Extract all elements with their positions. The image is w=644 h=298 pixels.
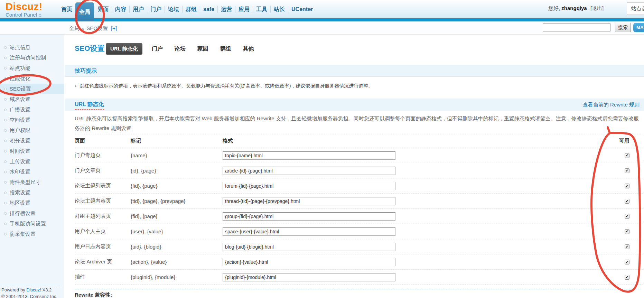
enabled-checkbox[interactable]: ✔ bbox=[625, 260, 629, 264]
tab-other[interactable]: 其他 bbox=[237, 45, 260, 53]
nav-item-safe[interactable]: safe bbox=[200, 6, 217, 13]
sidebar-item-site-info[interactable]: 站点信息 bbox=[0, 42, 64, 53]
enabled-checkbox[interactable]: ✔ bbox=[625, 168, 629, 173]
sidebar-item-attachment-type[interactable]: 附件类型尺寸 bbox=[0, 177, 64, 187]
sidebar-item-search[interactable]: 搜索设置 bbox=[0, 187, 64, 198]
enabled-checkbox[interactable]: ✔ bbox=[625, 229, 629, 234]
row-enabled-cell: ✔ bbox=[605, 229, 644, 234]
row-tags-label: {fid}, {page} bbox=[131, 183, 223, 189]
breadcrumb-row: 全局»SEO设置[+] 搜索 MA bbox=[0, 21, 644, 35]
radio-bullet-icon bbox=[4, 67, 7, 69]
tab-url-rewrite[interactable]: URL 静态化 bbox=[106, 43, 142, 55]
radio-bullet-icon bbox=[4, 212, 7, 215]
check-icon: ✔ bbox=[625, 153, 628, 157]
breadcrumb-add-link[interactable]: [+] bbox=[111, 25, 117, 31]
greeting-prefix: 您好, bbox=[548, 5, 560, 11]
format-input[interactable] bbox=[223, 182, 395, 190]
site-home-button[interactable]: 站点首页 bbox=[627, 2, 644, 15]
search-button[interactable]: 搜索 bbox=[615, 23, 631, 32]
bottom-dashed-divider bbox=[75, 289, 641, 289]
nav-item-content[interactable]: 内容 bbox=[112, 6, 129, 13]
enabled-checkbox[interactable]: ✔ bbox=[625, 153, 629, 158]
enabled-checkbox[interactable]: ✔ bbox=[625, 275, 629, 280]
sidebar-item-register-access[interactable]: 注册与访问控制 bbox=[0, 53, 64, 63]
breadcrumb-section[interactable]: 全局 bbox=[69, 25, 80, 31]
nav-item-interface[interactable]: 界面 bbox=[94, 6, 112, 13]
row-tags-label: {action}, {value} bbox=[131, 259, 223, 265]
sidebar: 站点信息注册与访问控制站点功能性能优化SEO设置域名设置广播设置空间设置用户权限… bbox=[0, 35, 64, 298]
sidebar-item-ranking[interactable]: 排行榜设置 bbox=[0, 208, 64, 218]
row-page-label: 插件 bbox=[75, 274, 131, 280]
row-format-cell bbox=[223, 273, 605, 281]
nav-item-home[interactable]: 首页 bbox=[58, 6, 75, 13]
sidebar-item-user-permissions[interactable]: 用户权限 bbox=[0, 125, 64, 136]
enabled-checkbox[interactable]: ✔ bbox=[625, 244, 629, 249]
sidebar-item-broadcast[interactable]: 广播设置 bbox=[0, 104, 64, 115]
sidebar-item-anti-collection[interactable]: 防采集设置 bbox=[0, 229, 64, 239]
nav-item-users[interactable]: 用户 bbox=[129, 6, 147, 13]
format-input[interactable] bbox=[223, 197, 395, 205]
home-icon: ⌂ bbox=[38, 12, 41, 18]
sidebar-item-upload[interactable]: 上传设置 bbox=[0, 156, 64, 167]
manage-button[interactable]: MA bbox=[633, 23, 644, 32]
sidebar-item-time[interactable]: 时间设置 bbox=[0, 146, 64, 156]
sidebar-item-domain[interactable]: 域名设置 bbox=[0, 94, 64, 104]
format-input[interactable] bbox=[223, 243, 395, 251]
row-page-label: 论坛主题列表页 bbox=[75, 183, 131, 189]
nav-item-tools[interactable]: 工具 bbox=[253, 6, 270, 13]
row-page-label: 论坛主题内容页 bbox=[75, 198, 131, 204]
format-input[interactable] bbox=[223, 258, 395, 266]
powered-prefix: Powered by bbox=[1, 287, 25, 292]
sidebar-item-seo[interactable]: SEO设置 bbox=[0, 84, 64, 94]
nav-item-groups[interactable]: 群组 bbox=[182, 6, 200, 13]
nav-item-webmaster[interactable]: 站长 bbox=[270, 6, 288, 13]
sidebar-item-label: 站点信息 bbox=[10, 44, 30, 51]
sidebar-item-space[interactable]: 空间设置 bbox=[0, 115, 64, 125]
radio-bullet-icon bbox=[4, 233, 7, 235]
search-input[interactable] bbox=[543, 24, 610, 31]
main-content: SEO设置 URL 静态化门户论坛家园群组其他 技巧提示 以红色虚线标示的选项，… bbox=[65, 35, 644, 298]
nav-item-apps[interactable]: 应用 bbox=[235, 6, 253, 13]
view-rewrite-rules-link[interactable]: 查看当前的 Rewrite 规则 bbox=[583, 102, 640, 108]
sidebar-item-performance[interactable]: 性能优化 bbox=[0, 73, 64, 84]
radio-bullet-icon bbox=[4, 181, 7, 184]
breadcrumb-page: SEO设置 bbox=[86, 25, 108, 31]
sidebar-item-watermark[interactable]: 水印设置 bbox=[0, 167, 64, 177]
row-tags-label: {fid}, {page} bbox=[131, 213, 223, 219]
format-input[interactable] bbox=[223, 212, 395, 221]
sidebar-list: 站点信息注册与访问控制站点功能性能优化SEO设置域名设置广播设置空间设置用户权限… bbox=[0, 35, 64, 239]
table-row-portal-topic: 门户专题页{name}✔ bbox=[75, 148, 644, 163]
header-enabled: 可用 bbox=[605, 138, 644, 144]
nav-item-ucenter[interactable]: UCenter bbox=[288, 6, 316, 13]
logout-link[interactable]: [退出] bbox=[590, 5, 604, 11]
nav-item-operation[interactable]: 运营 bbox=[217, 6, 235, 13]
nav-item-global[interactable]: 全局 bbox=[75, 2, 94, 21]
sidebar-item-mobile-access[interactable]: 手机版访问设置 bbox=[0, 218, 64, 229]
format-input[interactable] bbox=[223, 273, 395, 281]
username: zhangqiya bbox=[561, 5, 587, 11]
nav-item-forum[interactable]: 论坛 bbox=[165, 6, 182, 13]
tab-portal[interactable]: 门户 bbox=[146, 45, 169, 53]
sidebar-item-site-features[interactable]: 站点功能 bbox=[0, 63, 64, 73]
row-enabled-cell: ✔ bbox=[605, 244, 644, 249]
format-input[interactable] bbox=[223, 227, 395, 236]
table-row-forum-thread-list: 论坛主题列表页{fid}, {page}✔ bbox=[75, 178, 644, 194]
format-input[interactable] bbox=[223, 151, 395, 160]
enabled-checkbox[interactable]: ✔ bbox=[625, 184, 629, 188]
sidebar-item-label: SEO设置 bbox=[10, 86, 31, 92]
enabled-checkbox[interactable]: ✔ bbox=[625, 199, 629, 204]
sidebar-item-credits[interactable]: 积分设置 bbox=[0, 136, 64, 146]
header-tags: 标记 bbox=[131, 138, 223, 144]
section-title[interactable]: URL 静态化 bbox=[75, 101, 104, 110]
nav-item-portal[interactable]: 门户 bbox=[147, 6, 165, 13]
tab-home[interactable]: 家园 bbox=[192, 45, 214, 53]
tab-forum[interactable]: 论坛 bbox=[169, 45, 192, 53]
tab-group[interactable]: 群组 bbox=[214, 45, 237, 53]
format-input[interactable] bbox=[223, 167, 395, 175]
sidebar-item-district[interactable]: 地区设置 bbox=[0, 198, 64, 208]
enabled-checkbox[interactable]: ✔ bbox=[625, 214, 629, 219]
discuz-logo[interactable]: Discuz! Control Panel ⌂ bbox=[6, 1, 43, 18]
discuz-link[interactable]: Discuz! bbox=[26, 287, 41, 292]
radio-bullet-icon bbox=[4, 223, 7, 225]
table-row-portal-article: 门户文章页{id}, {page}✔ bbox=[75, 163, 644, 178]
